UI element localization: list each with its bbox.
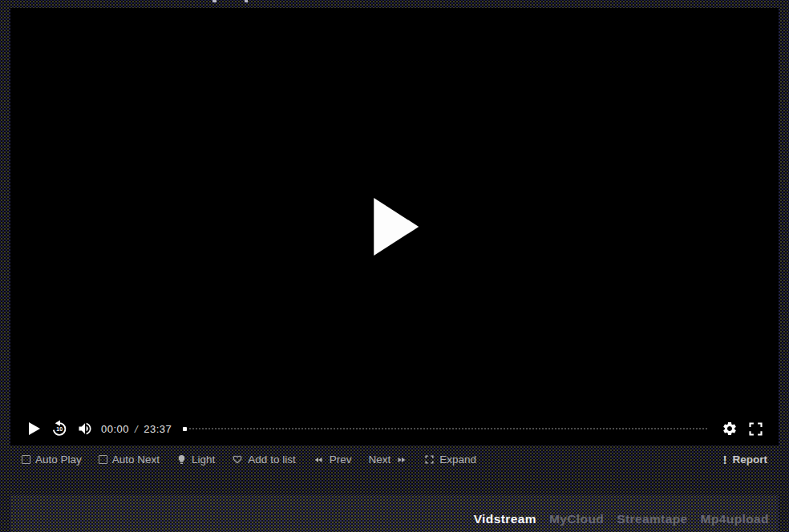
player-control-bar: 10 00:00 / 23:37	[10, 412, 779, 445]
page-background: { "player": { "controls": { "current_tim…	[0, 0, 789, 532]
volume-button[interactable]	[72, 416, 98, 441]
checkbox-icon	[99, 455, 107, 464]
add-to-list-button[interactable]: Add to list	[232, 453, 295, 466]
server-tab-mp4upload[interactable]: Mp4upload	[701, 512, 769, 526]
settings-button[interactable]	[717, 416, 742, 441]
fullscreen-icon	[747, 421, 764, 437]
play-button[interactable]	[21, 416, 47, 441]
add-to-list-label: Add to list	[248, 453, 295, 466]
seek-playhead[interactable]	[183, 427, 187, 431]
light-toggle[interactable]: Light	[176, 453, 215, 466]
svg-text:10: 10	[56, 426, 63, 432]
auto-next-toggle[interactable]: Auto Next	[99, 453, 160, 466]
checkbox-icon	[22, 455, 30, 464]
expand-icon	[424, 454, 435, 465]
auto-play-label: Auto Play	[35, 453, 82, 466]
expand-button[interactable]: Expand	[424, 453, 476, 466]
time-display: 00:00 / 23:37	[101, 423, 172, 435]
fullscreen-button[interactable]	[742, 416, 768, 441]
lightbulb-icon	[176, 453, 187, 466]
big-play-button[interactable]	[374, 198, 419, 256]
seek-track[interactable]	[189, 428, 707, 429]
light-label: Light	[192, 453, 215, 466]
expand-label: Expand	[439, 453, 476, 466]
rewind-10-button[interactable]: 10	[47, 416, 72, 441]
double-triangle-right-icon	[395, 455, 407, 465]
player-options-toolbar: Auto Play Auto Next Light Add to list	[10, 445, 779, 474]
prev-episode-button[interactable]: Prev	[313, 453, 352, 466]
prev-label: Prev	[330, 453, 352, 466]
server-tab-mycloud[interactable]: MyCloud	[549, 512, 604, 526]
content-container: 10 00:00 / 23:37	[10, 8, 779, 532]
auto-play-toggle[interactable]: Auto Play	[22, 453, 82, 466]
report-button[interactable]: ! Report	[723, 453, 767, 466]
seek-bar[interactable]	[183, 423, 707, 434]
exclamation-icon: !	[723, 453, 727, 466]
next-episode-button[interactable]: Next	[368, 453, 407, 466]
gear-icon	[722, 421, 738, 437]
next-label: Next	[368, 453, 390, 466]
rewind-10-icon: 10	[51, 420, 68, 437]
video-player[interactable]: 10 00:00 / 23:37	[10, 8, 779, 445]
heart-icon	[232, 454, 243, 465]
volume-icon	[77, 421, 93, 437]
duration: 23:37	[144, 423, 172, 435]
server-tab-vidstream[interactable]: Vidstream	[474, 512, 536, 526]
play-icon	[27, 421, 41, 436]
report-label: Report	[733, 453, 768, 466]
clipped-page-title-fragment	[212, 0, 216, 2]
current-time: 00:00	[101, 423, 129, 435]
server-tab-streamtape[interactable]: Streamtape	[617, 512, 687, 526]
server-selector-panel: Vidstream MyCloud Streamtape Mp4upload	[10, 495, 779, 532]
clipped-page-title-fragment	[245, 0, 248, 2]
double-triangle-left-icon	[313, 455, 325, 465]
auto-next-label: Auto Next	[112, 453, 160, 466]
time-separator: /	[135, 423, 138, 435]
